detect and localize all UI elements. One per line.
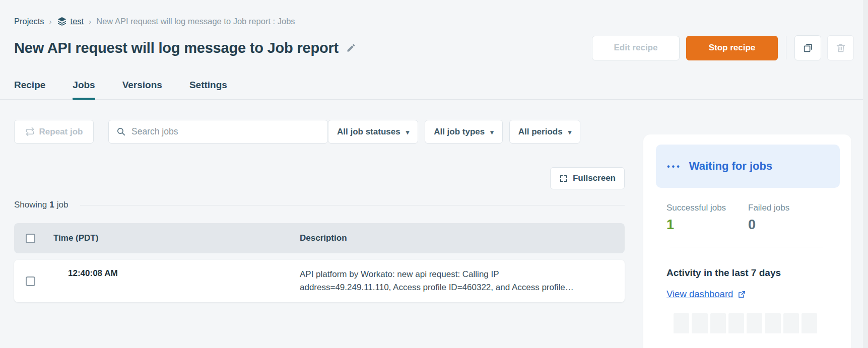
job-stats: Successful jobs 1 Failed jobs 0 xyxy=(666,203,840,233)
bar xyxy=(692,313,707,333)
view-dashboard-label: View dashboard xyxy=(666,289,733,300)
recipe-status-sidebar: ••• Waiting for jobs Successful jobs 1 F… xyxy=(643,100,851,348)
status-card: ••• Waiting for jobs Successful jobs 1 F… xyxy=(643,134,851,348)
view-dashboard-link[interactable]: View dashboard xyxy=(666,289,746,300)
edit-title-button[interactable] xyxy=(346,43,356,53)
filter-job-types[interactable]: All job types ▾ xyxy=(425,120,503,144)
results-count-value: 1 xyxy=(49,200,54,210)
fullscreen-label: Fullscreen xyxy=(573,173,616,183)
jobs-panel: Repeat job All job statuses ▾ All job ty… xyxy=(14,100,625,348)
filter-job-types-label: All job types xyxy=(434,127,485,137)
divider xyxy=(101,120,101,144)
job-description: API platform by Workato: new api request… xyxy=(300,268,582,295)
edit-recipe-button[interactable]: Edit recipe xyxy=(592,36,680,60)
tab-recipe[interactable]: Recipe xyxy=(14,80,45,100)
jobs-table-header: Time (PDT) Description xyxy=(14,223,625,253)
divider xyxy=(80,205,625,205)
chevron-right-icon: › xyxy=(89,17,91,26)
stop-recipe-button[interactable]: Stop recipe xyxy=(686,36,778,60)
fullscreen-icon xyxy=(559,174,568,183)
job-row-checkbox[interactable] xyxy=(26,276,35,286)
breadcrumb: Projects › test › New API request will l… xyxy=(14,16,854,26)
stat-failed-jobs: Failed jobs 0 xyxy=(748,203,830,233)
status-label: Waiting for jobs xyxy=(689,160,772,173)
pencil-icon xyxy=(346,43,356,53)
bar xyxy=(728,313,744,333)
caret-down-icon: ▾ xyxy=(490,128,494,136)
page-header: New API request will log message to Job … xyxy=(14,35,854,60)
caret-down-icon: ▾ xyxy=(568,128,572,136)
divider xyxy=(786,36,786,59)
activity-bars-placeholder xyxy=(674,313,817,333)
breadcrumb-current: New API request will log message to Job … xyxy=(96,17,295,26)
stat-label: Successful jobs xyxy=(666,203,748,213)
tab-settings[interactable]: Settings xyxy=(189,80,227,100)
caret-down-icon: ▾ xyxy=(406,128,410,136)
job-time: 12:40:08 AM xyxy=(53,260,300,279)
repeat-job-label: Repeat job xyxy=(39,127,83,137)
copy-icon xyxy=(803,42,814,53)
breadcrumb-project-label[interactable]: test xyxy=(71,17,84,26)
activity-title: Activity in the last 7 days xyxy=(666,267,840,279)
jobs-toolbar: Repeat job All job statuses ▾ All job ty… xyxy=(14,120,625,144)
column-header-description: Description xyxy=(300,233,582,243)
status-banner: ••• Waiting for jobs xyxy=(656,145,840,188)
stat-label: Failed jobs xyxy=(748,203,830,213)
breadcrumb-projects-link[interactable]: Projects xyxy=(14,17,44,26)
results-count: Showing 1 job xyxy=(14,200,625,210)
tab-jobs[interactable]: Jobs xyxy=(73,80,95,100)
bar xyxy=(765,313,780,333)
breadcrumb-project-link[interactable]: test xyxy=(57,16,84,26)
column-header-time: Time (PDT) xyxy=(53,233,300,243)
layers-icon xyxy=(57,16,67,26)
job-row[interactable]: 12:40:08 AM API platform by Workato: new… xyxy=(14,260,625,302)
select-all-checkbox[interactable] xyxy=(26,234,35,243)
results-suffix: job xyxy=(57,200,69,210)
stat-successful-jobs: Successful jobs 1 xyxy=(666,203,748,233)
results-prefix: Showing xyxy=(14,200,47,210)
waiting-dots-icon: ••• xyxy=(667,162,682,171)
filter-job-statuses[interactable]: All job statuses ▾ xyxy=(328,120,418,144)
copy-recipe-button[interactable] xyxy=(794,35,821,60)
filter-periods-label: All periods xyxy=(518,127,563,137)
repeat-job-button[interactable]: Repeat job xyxy=(14,120,94,144)
bar xyxy=(747,313,762,333)
repeat-icon xyxy=(25,127,35,136)
filter-job-statuses-label: All job statuses xyxy=(337,127,400,137)
page-title: New API request will log message to Job … xyxy=(14,40,339,56)
external-link-icon xyxy=(738,290,746,299)
vertical-scrollbar[interactable] xyxy=(863,0,868,348)
search-icon xyxy=(116,127,126,136)
tab-bar: Recipe Jobs Versions Settings xyxy=(0,80,868,100)
bar xyxy=(674,313,689,333)
chevron-right-icon: › xyxy=(49,17,52,26)
fullscreen-button[interactable]: Fullscreen xyxy=(550,167,625,189)
delete-recipe-button[interactable] xyxy=(827,35,854,60)
trash-icon xyxy=(835,42,846,53)
stat-value: 0 xyxy=(748,217,830,233)
bar xyxy=(802,313,817,333)
tab-versions[interactable]: Versions xyxy=(122,80,162,100)
search-jobs-box xyxy=(108,120,328,144)
bar xyxy=(710,313,726,333)
divider xyxy=(670,311,823,311)
divider xyxy=(670,247,823,247)
bar xyxy=(783,313,799,333)
search-jobs-input[interactable] xyxy=(131,126,320,137)
stat-value: 1 xyxy=(666,217,748,233)
filter-periods[interactable]: All periods ▾ xyxy=(509,120,580,144)
